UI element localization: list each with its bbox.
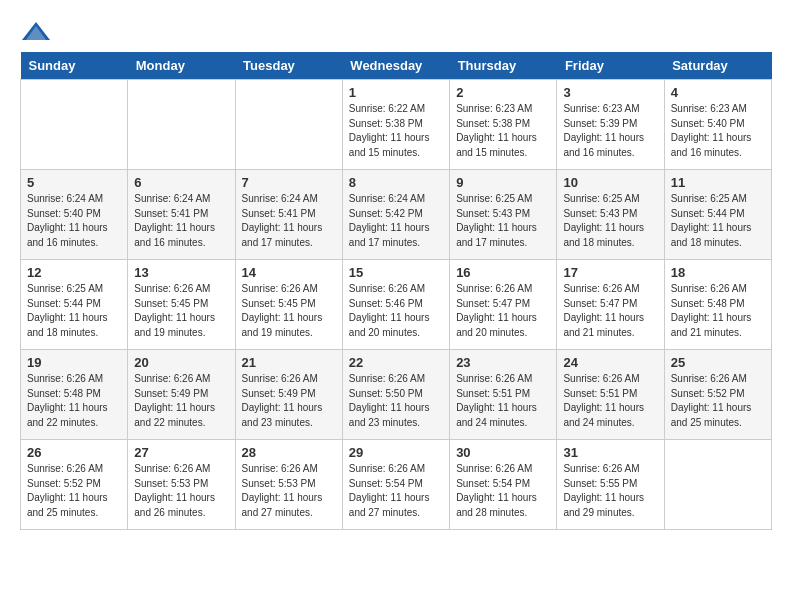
calendar-cell: 11Sunrise: 6:25 AM Sunset: 5:44 PM Dayli…: [664, 170, 771, 260]
day-number: 20: [134, 355, 228, 370]
day-info: Sunrise: 6:26 AM Sunset: 5:53 PM Dayligh…: [134, 462, 228, 520]
day-number: 2: [456, 85, 550, 100]
calendar-cell: 2Sunrise: 6:23 AM Sunset: 5:38 PM Daylig…: [450, 80, 557, 170]
day-number: 11: [671, 175, 765, 190]
calendar-cell: 13Sunrise: 6:26 AM Sunset: 5:45 PM Dayli…: [128, 260, 235, 350]
calendar-cell: [664, 440, 771, 530]
day-number: 12: [27, 265, 121, 280]
day-info: Sunrise: 6:26 AM Sunset: 5:49 PM Dayligh…: [134, 372, 228, 430]
day-number: 9: [456, 175, 550, 190]
day-number: 27: [134, 445, 228, 460]
day-number: 31: [563, 445, 657, 460]
day-info: Sunrise: 6:25 AM Sunset: 5:44 PM Dayligh…: [27, 282, 121, 340]
calendar-cell: 28Sunrise: 6:26 AM Sunset: 5:53 PM Dayli…: [235, 440, 342, 530]
day-info: Sunrise: 6:23 AM Sunset: 5:40 PM Dayligh…: [671, 102, 765, 160]
calendar-cell: 29Sunrise: 6:26 AM Sunset: 5:54 PM Dayli…: [342, 440, 449, 530]
day-number: 3: [563, 85, 657, 100]
calendar-week-row: 26Sunrise: 6:26 AM Sunset: 5:52 PM Dayli…: [21, 440, 772, 530]
header-saturday: Saturday: [664, 52, 771, 80]
day-info: Sunrise: 6:26 AM Sunset: 5:55 PM Dayligh…: [563, 462, 657, 520]
day-info: Sunrise: 6:26 AM Sunset: 5:51 PM Dayligh…: [563, 372, 657, 430]
calendar-cell: 6Sunrise: 6:24 AM Sunset: 5:41 PM Daylig…: [128, 170, 235, 260]
day-info: Sunrise: 6:25 AM Sunset: 5:43 PM Dayligh…: [563, 192, 657, 250]
header-thursday: Thursday: [450, 52, 557, 80]
calendar-cell: 4Sunrise: 6:23 AM Sunset: 5:40 PM Daylig…: [664, 80, 771, 170]
calendar-cell: 8Sunrise: 6:24 AM Sunset: 5:42 PM Daylig…: [342, 170, 449, 260]
day-info: Sunrise: 6:24 AM Sunset: 5:41 PM Dayligh…: [134, 192, 228, 250]
day-info: Sunrise: 6:26 AM Sunset: 5:48 PM Dayligh…: [671, 282, 765, 340]
calendar-cell: 19Sunrise: 6:26 AM Sunset: 5:48 PM Dayli…: [21, 350, 128, 440]
calendar-cell: 7Sunrise: 6:24 AM Sunset: 5:41 PM Daylig…: [235, 170, 342, 260]
day-number: 4: [671, 85, 765, 100]
calendar-cell: [21, 80, 128, 170]
day-info: Sunrise: 6:26 AM Sunset: 5:54 PM Dayligh…: [349, 462, 443, 520]
day-number: 15: [349, 265, 443, 280]
calendar-cell: 17Sunrise: 6:26 AM Sunset: 5:47 PM Dayli…: [557, 260, 664, 350]
day-info: Sunrise: 6:23 AM Sunset: 5:38 PM Dayligh…: [456, 102, 550, 160]
calendar-cell: 26Sunrise: 6:26 AM Sunset: 5:52 PM Dayli…: [21, 440, 128, 530]
day-info: Sunrise: 6:26 AM Sunset: 5:45 PM Dayligh…: [242, 282, 336, 340]
day-info: Sunrise: 6:25 AM Sunset: 5:44 PM Dayligh…: [671, 192, 765, 250]
calendar-cell: 12Sunrise: 6:25 AM Sunset: 5:44 PM Dayli…: [21, 260, 128, 350]
day-number: 16: [456, 265, 550, 280]
day-number: 30: [456, 445, 550, 460]
day-info: Sunrise: 6:24 AM Sunset: 5:41 PM Dayligh…: [242, 192, 336, 250]
calendar-cell: 20Sunrise: 6:26 AM Sunset: 5:49 PM Dayli…: [128, 350, 235, 440]
day-info: Sunrise: 6:26 AM Sunset: 5:47 PM Dayligh…: [563, 282, 657, 340]
calendar-cell: 25Sunrise: 6:26 AM Sunset: 5:52 PM Dayli…: [664, 350, 771, 440]
calendar-week-row: 19Sunrise: 6:26 AM Sunset: 5:48 PM Dayli…: [21, 350, 772, 440]
calendar-cell: 24Sunrise: 6:26 AM Sunset: 5:51 PM Dayli…: [557, 350, 664, 440]
day-number: 24: [563, 355, 657, 370]
day-number: 22: [349, 355, 443, 370]
day-info: Sunrise: 6:25 AM Sunset: 5:43 PM Dayligh…: [456, 192, 550, 250]
day-number: 25: [671, 355, 765, 370]
calendar-header-row: SundayMondayTuesdayWednesdayThursdayFrid…: [21, 52, 772, 80]
day-number: 14: [242, 265, 336, 280]
day-info: Sunrise: 6:26 AM Sunset: 5:49 PM Dayligh…: [242, 372, 336, 430]
day-info: Sunrise: 6:26 AM Sunset: 5:50 PM Dayligh…: [349, 372, 443, 430]
calendar-cell: 5Sunrise: 6:24 AM Sunset: 5:40 PM Daylig…: [21, 170, 128, 260]
header-sunday: Sunday: [21, 52, 128, 80]
calendar-cell: 10Sunrise: 6:25 AM Sunset: 5:43 PM Dayli…: [557, 170, 664, 260]
calendar-cell: 18Sunrise: 6:26 AM Sunset: 5:48 PM Dayli…: [664, 260, 771, 350]
day-info: Sunrise: 6:23 AM Sunset: 5:39 PM Dayligh…: [563, 102, 657, 160]
calendar-cell: 23Sunrise: 6:26 AM Sunset: 5:51 PM Dayli…: [450, 350, 557, 440]
calendar-cell: 15Sunrise: 6:26 AM Sunset: 5:46 PM Dayli…: [342, 260, 449, 350]
day-info: Sunrise: 6:26 AM Sunset: 5:45 PM Dayligh…: [134, 282, 228, 340]
calendar-table: SundayMondayTuesdayWednesdayThursdayFrid…: [20, 52, 772, 530]
calendar-cell: 16Sunrise: 6:26 AM Sunset: 5:47 PM Dayli…: [450, 260, 557, 350]
page-header: [20, 20, 772, 42]
day-info: Sunrise: 6:26 AM Sunset: 5:54 PM Dayligh…: [456, 462, 550, 520]
calendar-cell: 22Sunrise: 6:26 AM Sunset: 5:50 PM Dayli…: [342, 350, 449, 440]
day-number: 7: [242, 175, 336, 190]
logo: [20, 20, 50, 42]
header-monday: Monday: [128, 52, 235, 80]
day-number: 26: [27, 445, 121, 460]
calendar-cell: 14Sunrise: 6:26 AM Sunset: 5:45 PM Dayli…: [235, 260, 342, 350]
day-number: 6: [134, 175, 228, 190]
calendar-week-row: 1Sunrise: 6:22 AM Sunset: 5:38 PM Daylig…: [21, 80, 772, 170]
calendar-cell: 31Sunrise: 6:26 AM Sunset: 5:55 PM Dayli…: [557, 440, 664, 530]
day-number: 10: [563, 175, 657, 190]
day-info: Sunrise: 6:26 AM Sunset: 5:47 PM Dayligh…: [456, 282, 550, 340]
day-info: Sunrise: 6:26 AM Sunset: 5:46 PM Dayligh…: [349, 282, 443, 340]
day-info: Sunrise: 6:26 AM Sunset: 5:48 PM Dayligh…: [27, 372, 121, 430]
header-friday: Friday: [557, 52, 664, 80]
header-tuesday: Tuesday: [235, 52, 342, 80]
calendar-cell: 3Sunrise: 6:23 AM Sunset: 5:39 PM Daylig…: [557, 80, 664, 170]
header-wednesday: Wednesday: [342, 52, 449, 80]
calendar-week-row: 5Sunrise: 6:24 AM Sunset: 5:40 PM Daylig…: [21, 170, 772, 260]
day-number: 21: [242, 355, 336, 370]
calendar-cell: 27Sunrise: 6:26 AM Sunset: 5:53 PM Dayli…: [128, 440, 235, 530]
day-number: 19: [27, 355, 121, 370]
calendar-week-row: 12Sunrise: 6:25 AM Sunset: 5:44 PM Dayli…: [21, 260, 772, 350]
day-number: 13: [134, 265, 228, 280]
day-number: 8: [349, 175, 443, 190]
day-number: 18: [671, 265, 765, 280]
day-info: Sunrise: 6:24 AM Sunset: 5:42 PM Dayligh…: [349, 192, 443, 250]
day-number: 5: [27, 175, 121, 190]
day-info: Sunrise: 6:26 AM Sunset: 5:52 PM Dayligh…: [27, 462, 121, 520]
day-number: 23: [456, 355, 550, 370]
calendar-cell: 1Sunrise: 6:22 AM Sunset: 5:38 PM Daylig…: [342, 80, 449, 170]
calendar-cell: 9Sunrise: 6:25 AM Sunset: 5:43 PM Daylig…: [450, 170, 557, 260]
